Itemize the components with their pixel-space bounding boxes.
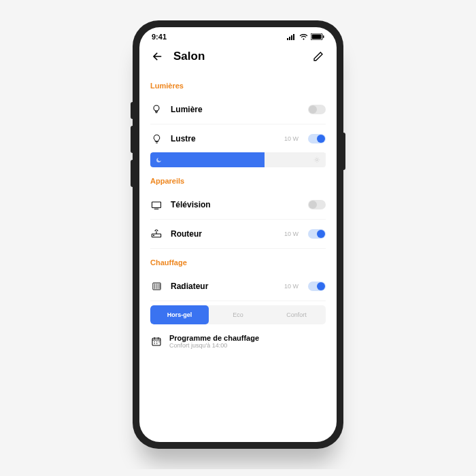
toggle-radiateur[interactable]: [308, 282, 326, 291]
device-row-routeur[interactable]: Routeur 10 W: [150, 220, 326, 249]
svg-rect-2: [291, 35, 292, 40]
program-texts: Programme de chauffage Confort jusqu'à 1…: [169, 334, 259, 349]
moon-icon: [156, 157, 162, 163]
mode-confort[interactable]: Confort: [267, 305, 326, 324]
content[interactable]: Lumières Lumière Lustre 10 W: [139, 69, 337, 442]
svg-point-8: [316, 158, 318, 160]
device-label: Télévision: [171, 200, 300, 209]
device-label: Lustre: [171, 134, 276, 143]
toggle-routeur[interactable]: [308, 229, 326, 239]
battery-icon: [311, 33, 324, 40]
power-label: 10 W: [284, 231, 299, 237]
heating-program-row[interactable]: Programme de chauffage Confort jusqu'à 1…: [150, 333, 326, 353]
mode-horsgel[interactable]: Hors-gel: [150, 305, 209, 324]
power-label: 10 W: [284, 135, 299, 142]
svg-rect-1: [289, 37, 290, 40]
arrow-left-icon: [152, 50, 164, 63]
section-label-devices: Appareils: [150, 177, 326, 185]
screen: 9:41 Salon Lumières Lumièr: [139, 27, 337, 442]
mode-eco[interactable]: Eco: [209, 305, 267, 324]
svg-rect-0: [287, 38, 288, 40]
status-bar: 9:41: [139, 27, 337, 46]
page-title: Salon: [173, 50, 303, 63]
toggle-lustre[interactable]: [308, 134, 326, 143]
phone-side-button: [131, 102, 133, 119]
section-label-lights: Lumières: [150, 82, 326, 90]
device-row-lustre[interactable]: Lustre 10 W: [150, 124, 326, 154]
sun-icon: [313, 156, 320, 163]
bulb-icon: [150, 133, 163, 145]
toggle-television[interactable]: [308, 200, 326, 209]
toggle-lumiere[interactable]: [308, 105, 326, 114]
pencil-icon: [313, 51, 324, 62]
device-row-television[interactable]: Télévision: [150, 190, 326, 220]
device-row-lumiere[interactable]: Lumière: [150, 95, 326, 124]
svg-point-7: [154, 105, 159, 111]
edit-button[interactable]: [311, 49, 326, 64]
brightness-slider[interactable]: [150, 152, 326, 167]
phone-frame: 9:41 Salon Lumières Lumièr: [133, 20, 343, 449]
section-label-heating: Chauffage: [150, 258, 326, 267]
phone-side-button: [131, 126, 133, 153]
wifi-icon: [299, 34, 308, 40]
svg-rect-9: [152, 201, 161, 207]
status-right: [287, 33, 324, 40]
svg-point-11: [154, 235, 154, 236]
signal-icon: [287, 34, 296, 40]
back-button[interactable]: [150, 49, 165, 64]
svg-rect-3: [293, 34, 294, 40]
calendar-icon: [150, 335, 163, 347]
status-time: 9:41: [152, 33, 167, 41]
device-row-radiateur[interactable]: Radiateur 10 W: [150, 272, 326, 301]
bulb-off-icon: [150, 103, 163, 116]
phone-side-button: [343, 133, 345, 170]
header: Salon: [139, 46, 337, 69]
svg-rect-6: [323, 35, 324, 38]
svg-rect-5: [312, 35, 322, 39]
phone-side-button: [131, 160, 133, 187]
power-label: 10 W: [284, 283, 299, 290]
heating-mode-segmented[interactable]: Hors-gel Eco Confort: [150, 305, 326, 324]
lock-icon: [318, 231, 324, 237]
tv-icon: [150, 199, 163, 211]
radiator-icon: [150, 280, 163, 292]
slider-fill: [150, 152, 265, 167]
program-subtitle: Confort jusqu'à 14:00: [169, 342, 259, 349]
device-label: Lumière: [171, 105, 300, 114]
device-label: Routeur: [171, 229, 276, 239]
program-title: Programme de chauffage: [169, 334, 259, 342]
device-label: Radiateur: [171, 282, 276, 291]
router-icon: [150, 228, 163, 240]
svg-rect-12: [152, 283, 160, 290]
